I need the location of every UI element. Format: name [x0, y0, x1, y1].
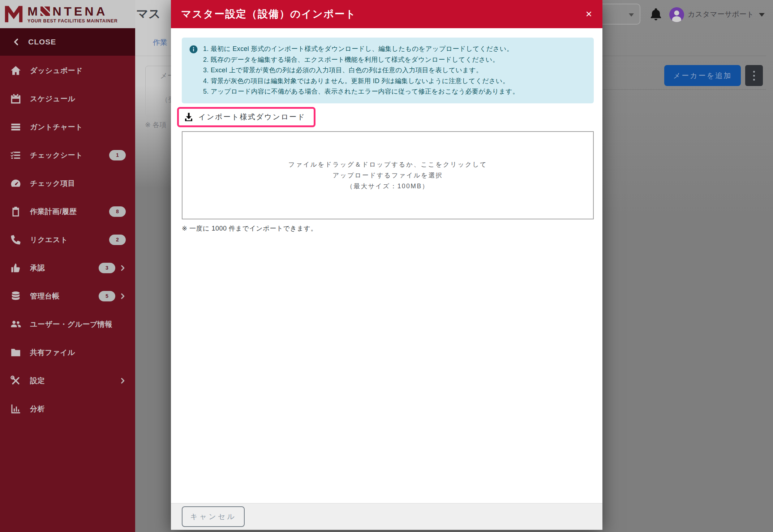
dropzone-line-2: アップロードするファイルを選択: [333, 170, 443, 181]
notification-badge: 2: [109, 235, 126, 245]
notification-badge: 3: [99, 263, 115, 273]
sidebar-item-10[interactable]: ユーザー・グループ情報: [0, 310, 135, 338]
home-icon: [10, 65, 21, 76]
sidebar-item-1[interactable]: ダッシュボード: [0, 56, 135, 85]
kebab-menu-button[interactable]: [745, 65, 763, 86]
download-template-link[interactable]: インポート様式ダウンロード: [183, 112, 306, 123]
add-maker-button[interactable]: メーカーを追加: [664, 65, 741, 86]
bar-chart-icon: [10, 403, 21, 415]
gauge-icon: [10, 178, 21, 189]
page-title: マス: [136, 6, 161, 22]
app-root: マス 作業 メー （登 ※ 各項 カスタマーサポート メーカーを追加 MNTEN…: [0, 0, 773, 532]
sidebar-nav: ダッシュボードスケジュールガントチャートチェックシート1チェック項目作業計画/履…: [0, 56, 135, 423]
info-alert: 1. 最初に Excel 形式のインポート様式をダウンロードし、編集したものをア…: [182, 38, 594, 103]
tools-icon: [10, 375, 21, 386]
close-label: CLOSE: [28, 38, 56, 46]
sidebar-item-5[interactable]: チェック項目: [0, 169, 135, 197]
notification-badge: 1: [109, 150, 126, 160]
chevron-left-icon: [12, 38, 20, 46]
sidebar-item-label: チェックシート: [30, 150, 83, 160]
sidebar-item-13[interactable]: 分析: [0, 395, 135, 423]
modal-title: マスター設定（設備）のインポート: [181, 7, 356, 21]
sidebar-item-8[interactable]: 承認3: [0, 254, 135, 282]
dropzone-line-1: ファイルをドラッグ＆ドロップするか、ここをクリックして: [288, 159, 487, 170]
download-label: インポート様式ダウンロード: [198, 112, 306, 122]
sidebar-item-label: ユーザー・グループ情報: [30, 319, 112, 329]
thumbs-up-icon: [10, 262, 21, 274]
dropzone-line-3: （最大サイズ：100MB）: [346, 181, 429, 192]
sidebar-collapse-button[interactable]: CLOSE: [0, 28, 135, 56]
cancel-button[interactable]: キャンセル: [182, 506, 245, 527]
sidebar-item-9[interactable]: 管理台帳5: [0, 282, 135, 310]
sidebar-item-label: ダッシュボード: [30, 66, 83, 76]
database-icon: [10, 291, 21, 302]
import-limit-note: ※ 一度に 1000 件までインポートできます。: [182, 224, 594, 233]
clipboard-icon: [10, 206, 21, 217]
phone-icon: [10, 234, 21, 245]
logo-wordmark: MNTENA: [27, 5, 118, 17]
sidebar-item-label: チェック項目: [30, 179, 75, 188]
chevron-right-icon: [120, 265, 126, 271]
user-avatar[interactable]: [669, 7, 684, 22]
notification-badge: 8: [109, 206, 126, 217]
user-menu[interactable]: カスタマーサポート: [688, 9, 754, 19]
sidebar-item-label: リクエスト: [30, 235, 68, 245]
sidebar-item-label: 管理台帳: [30, 291, 60, 301]
notification-badge: 5: [99, 291, 115, 301]
sidebar-item-4[interactable]: チェックシート1: [0, 141, 135, 169]
sidebar-item-12[interactable]: 設定: [0, 366, 135, 395]
info-line-4: 4. 背景が灰色の項目は編集対象ではありません。更新用 ID 列は編集しないよう…: [203, 76, 519, 87]
sidebar: MNTENA YOUR BEST FACILITIES MAINTAINER C…: [0, 0, 135, 532]
gantt-icon: [10, 121, 21, 133]
download-icon: [183, 112, 194, 123]
sidebar-item-label: 共有ファイル: [30, 348, 75, 357]
logo-mark-icon: [4, 4, 24, 24]
modal-header: マスター設定（設備）のインポート ✕: [171, 0, 602, 28]
sidebar-item-label: 承認: [30, 263, 45, 273]
user-menu-caret-icon: [759, 13, 765, 17]
import-modal: マスター設定（設備）のインポート ✕ 1. 最初に Excel 形式のインポート…: [171, 0, 602, 530]
chevron-right-icon: [120, 378, 126, 384]
sidebar-item-2[interactable]: スケジュール: [0, 85, 135, 113]
checklist-icon: [10, 150, 21, 161]
sidebar-item-6[interactable]: 作業計画/履歴8: [0, 197, 135, 226]
chevron-down-icon: [629, 13, 634, 17]
notification-bell-icon[interactable]: [649, 7, 663, 22]
table-top-border: [602, 89, 766, 90]
header-divider: [602, 56, 766, 56]
sidebar-item-label: スケジュール: [30, 94, 75, 104]
info-lines: 1. 最初に Excel 形式のインポート様式をダウンロードし、編集したものをア…: [203, 44, 519, 97]
info-line-1: 1. 最初に Excel 形式のインポート様式をダウンロードし、編集したものをア…: [203, 44, 519, 55]
logo[interactable]: MNTENA YOUR BEST FACILITIES MAINTAINER: [0, 0, 135, 28]
sidebar-item-label: 作業計画/履歴: [30, 207, 77, 216]
tab-work-plan[interactable]: 作業: [153, 38, 167, 47]
folder-icon: [10, 347, 21, 358]
users-icon: [10, 319, 21, 330]
logo-tagline: YOUR BEST FACILITIES MAINTAINER: [27, 18, 118, 23]
sidebar-item-label: 分析: [30, 404, 45, 414]
info-line-5: 5. アップロード内容に不備がある場合、表示されたエラー内容に従って修正をおこな…: [203, 86, 519, 97]
logo-o-glyph: [40, 7, 50, 16]
file-dropzone[interactable]: ファイルをドラッグ＆ドロップするか、ここをクリックしてアップロードするファイルを…: [182, 131, 594, 219]
chevron-right-icon: [120, 293, 126, 299]
highlight-annotation-box: インポート様式ダウンロード: [177, 107, 315, 127]
sidebar-item-label: 設定: [30, 376, 45, 386]
sidebar-item-7[interactable]: リクエスト2: [0, 226, 135, 254]
calendar-icon: [10, 93, 21, 104]
info-line-3: 3. Excel 上で背景が黄色の列は必須の入力項目、白色の列は任意の入力項目を…: [203, 65, 519, 76]
tab-divider: [135, 56, 171, 56]
close-icon[interactable]: ✕: [585, 10, 592, 18]
sidebar-item-3[interactable]: ガントチャート: [0, 113, 135, 141]
sidebar-item-label: ガントチャート: [30, 122, 83, 132]
info-line-2: 2. 既存のデータを編集する場合、エクスポート機能を利用して様式をダウンロードし…: [203, 55, 519, 65]
page-note: ※ 各項: [145, 120, 166, 130]
info-circle-icon: [189, 45, 198, 54]
sidebar-item-11[interactable]: 共有ファイル: [0, 338, 135, 366]
modal-body: 1. 最初に Excel 形式のインポート様式をダウンロードし、編集したものをア…: [171, 28, 602, 503]
modal-footer: キャンセル: [171, 503, 602, 530]
